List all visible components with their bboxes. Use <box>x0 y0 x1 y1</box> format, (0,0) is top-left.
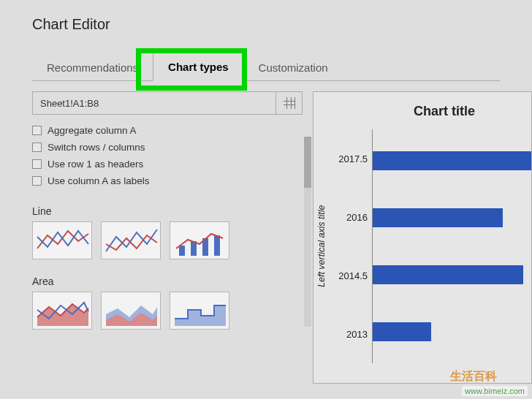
chart-type-area-1[interactable] <box>32 292 92 330</box>
checkbox-icon <box>32 142 42 152</box>
y-tick: 2017.5 <box>338 153 368 164</box>
section-area-label: Area <box>32 276 303 287</box>
bar <box>373 265 523 284</box>
option-aggregate[interactable]: Aggregate column A <box>32 122 303 139</box>
data-range-row <box>32 91 303 115</box>
y-tick: 2013 <box>346 329 368 340</box>
option-label: Use row 1 as headers <box>48 159 143 170</box>
bars-area <box>372 129 531 363</box>
tab-chart-types[interactable]: Chart types <box>153 53 244 81</box>
svg-rect-3 <box>214 235 220 256</box>
bar <box>373 208 503 227</box>
y-tick: 2014.5 <box>338 270 368 281</box>
tab-customization[interactable]: Customization <box>244 54 343 81</box>
tab-bar: Recommendations Chart types Customizatio… <box>32 52 500 81</box>
select-range-button[interactable] <box>276 92 302 114</box>
chart-title: Chart title <box>314 104 531 119</box>
section-line-label: Line <box>32 205 303 217</box>
chart-type-area-3[interactable] <box>170 292 229 330</box>
line-chart-icon <box>33 222 93 260</box>
area-chart-icon <box>170 292 230 330</box>
bar <box>373 151 531 170</box>
option-label: Use column A as labels <box>48 175 150 186</box>
page-title: Chart Editor <box>0 0 532 33</box>
options-group: Aggregate column A Switch rows / columns… <box>32 122 303 189</box>
area-chart-icon <box>33 292 93 330</box>
combo-chart-icon <box>170 222 230 260</box>
area-chart-icon <box>102 292 162 330</box>
chart-type-line-1[interactable] <box>32 221 92 259</box>
y-axis-label: Left vertical axis title <box>314 129 332 363</box>
checkbox-icon <box>32 126 42 135</box>
scrollbar-track[interactable] <box>304 137 311 327</box>
option-row1-headers[interactable]: Use row 1 as headers <box>32 156 303 172</box>
area-thumbnails <box>32 292 303 330</box>
bar <box>373 322 431 341</box>
y-axis-ticks: 2017.5 2016 2014.5 2013 <box>332 129 372 363</box>
chart-type-area-2[interactable] <box>101 292 161 330</box>
data-range-input[interactable] <box>33 92 276 114</box>
svg-rect-0 <box>179 246 185 256</box>
watermark-url: www.bimeiz.com <box>462 386 528 396</box>
grid-icon <box>284 97 295 109</box>
checkbox-icon <box>32 176 42 186</box>
line-chart-icon <box>102 222 162 260</box>
chart-type-combo[interactable] <box>170 221 229 259</box>
option-switch-rows-columns[interactable]: Switch rows / columns <box>32 139 303 156</box>
line-thumbnails <box>32 221 303 259</box>
y-tick: 2016 <box>346 212 368 223</box>
option-label: Aggregate column A <box>48 125 137 136</box>
checkbox-icon <box>32 159 42 169</box>
tab-recommendations[interactable]: Recommendations <box>32 54 153 81</box>
chart-type-line-2[interactable] <box>101 221 161 259</box>
scrollbar-thumb[interactable] <box>304 137 311 188</box>
chart-preview: Chart title Left vertical axis title 201… <box>313 91 532 384</box>
option-colA-labels[interactable]: Use column A as labels <box>32 172 303 189</box>
option-label: Switch rows / columns <box>48 142 145 153</box>
left-panel: Aggregate column A Switch rows / columns… <box>32 91 303 330</box>
